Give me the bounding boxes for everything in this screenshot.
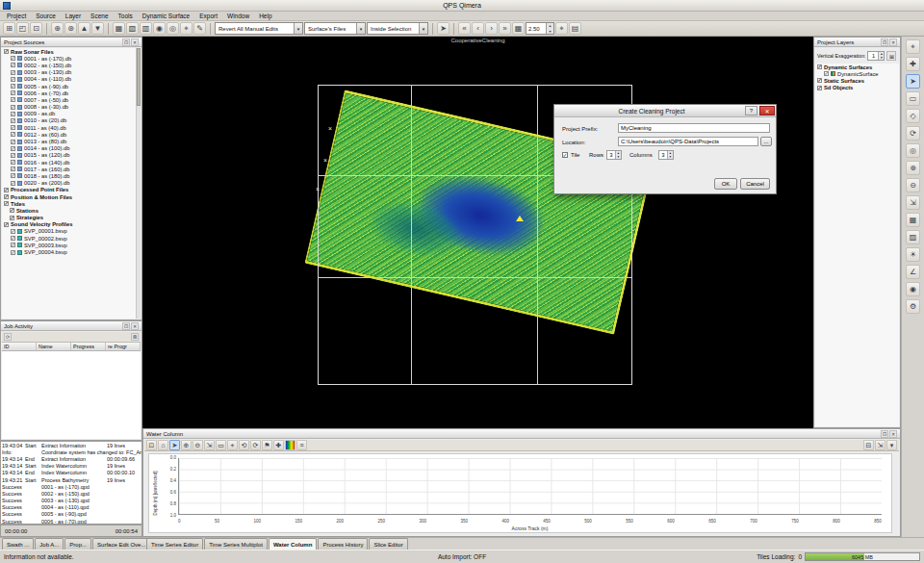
pin-icon[interactable]: ⊡ <box>146 440 157 450</box>
undock-panel-icon[interactable]: ⊡ <box>881 430 888 438</box>
next-profile-icon[interactable]: › <box>485 22 498 35</box>
undock-panel-icon[interactable]: ⊡ <box>881 38 888 46</box>
dialog-title-bar[interactable]: Create Cleaning Project ? ✕ <box>554 105 776 117</box>
chevron-down-icon[interactable]: ▾ <box>356 23 365 34</box>
menu-item[interactable]: Scene <box>86 12 113 21</box>
checkbox[interactable]: ✓ <box>11 90 15 95</box>
menu-item[interactable]: Tools <box>114 12 138 21</box>
measure-icon[interactable]: ⌖ <box>180 22 192 35</box>
spin-down-icon[interactable]: ▾ <box>668 155 673 159</box>
colormap-swatch[interactable] <box>285 440 295 450</box>
checkbox[interactable]: ✓ <box>11 105 15 110</box>
column-header[interactable]: Progress <box>71 343 106 350</box>
checkbox[interactable]: ✓ <box>11 153 15 158</box>
last-profile-icon[interactable]: » <box>499 22 511 35</box>
tree-item[interactable]: ✓ 0004 - as (-110).db <box>2 76 136 83</box>
menu-item[interactable]: Layer <box>61 12 86 21</box>
save-project-icon[interactable]: ⊡ <box>30 22 42 35</box>
panel-tab[interactable]: Slice Editor <box>369 538 407 550</box>
checkbox[interactable]: ✓ <box>817 64 822 69</box>
filter-icon[interactable]: ▥ <box>140 22 152 35</box>
checkbox[interactable]: ✓ <box>4 49 9 54</box>
help-icon[interactable]: ? <box>745 106 757 115</box>
pan-view-icon[interactable]: ◎ <box>906 143 920 158</box>
close-panel-icon[interactable]: ✕ <box>889 430 897 438</box>
info-icon[interactable]: ◉ <box>153 22 166 35</box>
profile-icon[interactable]: ∠ <box>906 265 920 279</box>
tree-item[interactable]: ✓ 0010 - as (20).db <box>2 117 136 124</box>
colormap-icon[interactable]: ▨ <box>906 230 920 244</box>
undock-panel-icon[interactable]: ⊡ <box>122 322 130 330</box>
scene-view[interactable]: CooperativeCleaning × × × <box>142 37 813 428</box>
rect-select-icon[interactable]: ▭ <box>906 91 920 106</box>
tree-item[interactable]: ✓ Static Surfaces <box>815 77 899 84</box>
home-view-icon[interactable]: ⌂ <box>158 440 168 450</box>
tree-item[interactable]: ✓ 0018 - as (180).db <box>2 172 136 179</box>
tree-item[interactable]: ✓ 0013 - as (80).db <box>2 138 136 144</box>
chevron-down-icon[interactable]: ▾ <box>294 23 302 34</box>
tree-item[interactable]: ✓ SVP_00001.bsvp <box>2 228 136 235</box>
panel-tab[interactable]: Water Column <box>269 538 317 550</box>
cancel-button[interactable]: Cancel <box>740 178 770 190</box>
export-icon[interactable]: ▼ <box>91 22 104 35</box>
checkbox[interactable]: ✓ <box>11 125 15 130</box>
add-raw-sonar-icon[interactable]: ⊕ <box>51 22 64 35</box>
tree-item[interactable]: ✓ Position & Motion Files <box>2 193 136 200</box>
settings-icon[interactable]: ⚙ <box>906 299 920 314</box>
checkbox[interactable]: ✓ <box>817 86 822 90</box>
chevron-down-icon[interactable]: ▾ <box>419 23 427 34</box>
checkbox[interactable]: ✓ <box>11 112 15 116</box>
select-arrow-icon[interactable]: ➤ <box>906 74 920 89</box>
panel-tab[interactable]: Swath ... <box>2 538 34 550</box>
columns-spinner[interactable]: 3 ▴▾ <box>658 150 674 160</box>
panel-tab[interactable]: Surface Edit Ove... <box>92 538 150 550</box>
water-column-plot[interactable]: Depth (m) [unreflected] 0.00.20.40.60.81… <box>148 453 892 533</box>
tree-item[interactable]: ✓ Processed Point Files <box>2 187 136 193</box>
menu-item[interactable]: Source <box>31 12 61 21</box>
tree-item[interactable]: ✓ 0014 - as (100).db <box>2 145 136 152</box>
tree-item[interactable]: ✓ 0012 - as (60).db <box>2 131 136 138</box>
zoom-out-icon[interactable]: ⊖ <box>906 178 920 192</box>
polygon-select-icon[interactable]: ◇ <box>906 109 920 123</box>
checkbox[interactable]: ✓ <box>4 188 9 192</box>
ok-button[interactable]: OK <box>714 178 737 190</box>
spin-down-icon[interactable]: ▾ <box>616 155 621 159</box>
tree-item[interactable]: ✓ 0001 - as (-170).db <box>2 55 136 62</box>
tree-item[interactable]: ✓ 0017 - as (160).db <box>2 166 136 172</box>
checkbox[interactable]: ✓ <box>4 201 9 206</box>
tree-item[interactable]: ✓ 0011 - as (40).db <box>2 124 136 131</box>
panel-tab[interactable]: Prop... <box>64 538 91 550</box>
checkbox[interactable]: ✓ <box>11 118 15 123</box>
checkbox[interactable]: ✓ <box>4 194 9 199</box>
tree-item[interactable]: ✓ Stations <box>2 207 136 214</box>
checkbox[interactable]: ✓ <box>10 216 14 220</box>
undo-icon[interactable]: ⟲ <box>239 440 249 450</box>
menu-item[interactable]: Help <box>254 12 276 21</box>
tree-item[interactable]: ✓ 0008 - as (-30).db <box>2 104 136 111</box>
pointer-icon[interactable]: ➤ <box>169 440 180 450</box>
wc-menu-icon[interactable]: ▾ <box>886 440 897 450</box>
plot-area[interactable] <box>178 458 882 515</box>
spin-down-icon[interactable]: ▾ <box>547 29 553 35</box>
browse-button[interactable]: ... <box>760 137 772 146</box>
tree-item[interactable]: ✓ 0020 - as (200).db <box>2 180 136 187</box>
fit-icon[interactable]: ⇲ <box>204 440 215 450</box>
column-header[interactable]: ID <box>2 343 37 350</box>
project-prefix-input[interactable] <box>618 123 770 133</box>
tree-item[interactable]: ✓ 0009 - as.db <box>2 111 136 117</box>
checkbox[interactable]: ✓ <box>11 166 15 171</box>
close-panel-icon[interactable]: ✕ <box>131 38 139 46</box>
checkbox[interactable]: ✓ <box>11 160 15 165</box>
menu-item[interactable]: Window <box>222 12 254 21</box>
surface-files-combo[interactable]: Surface's Files ▾ <box>304 22 366 35</box>
tree-item[interactable]: ✓ 0005 - as (-90).db <box>2 83 136 90</box>
new-project-icon[interactable]: ⊞ <box>3 22 15 35</box>
checkbox[interactable]: ✓ <box>11 63 15 67</box>
wc-float-icon[interactable]: ⊟ <box>863 440 874 450</box>
checkbox[interactable]: ✓ <box>11 250 15 255</box>
rows-spinner[interactable]: 3 ▴▾ <box>606 150 622 160</box>
selection-mode-combo[interactable]: Inside Selection ▾ <box>367 22 428 35</box>
column-header[interactable]: re Progr <box>106 343 141 350</box>
measure-icon[interactable]: ⌖ <box>227 440 238 450</box>
zoom-extents-icon[interactable]: ⇲ <box>906 195 920 210</box>
